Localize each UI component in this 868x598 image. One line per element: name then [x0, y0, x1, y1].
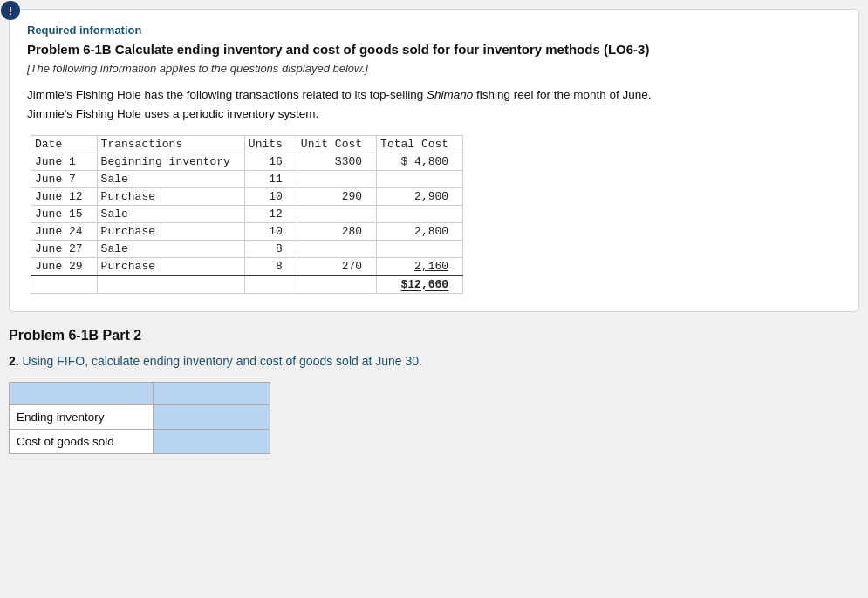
cell-transaction: Purchase: [97, 258, 244, 276]
total-empty-cell: [244, 275, 297, 294]
cell-date: June 1: [31, 153, 98, 171]
entry-row: Cost of goods sold: [10, 430, 270, 454]
entry-label: Cost of goods sold: [10, 430, 154, 454]
cell-unit-cost: [297, 171, 376, 188]
part2-section: Problem 6-1B Part 2 2. Using FIFO, calcu…: [9, 328, 859, 454]
cell-units: 8: [244, 258, 297, 276]
cell-unit-cost: 270: [297, 258, 376, 276]
cell-unit-cost: [297, 206, 376, 223]
cell-date: June 29: [31, 258, 98, 276]
cell-transaction: Purchase: [97, 223, 244, 241]
info-box: ! Required information Problem 6-1B Calc…: [9, 9, 859, 312]
cell-total-cost: [377, 206, 463, 223]
cell-total-cost: $ 4,800: [377, 153, 463, 171]
entry-input[interactable]: [153, 430, 270, 454]
table-row: June 15Sale12: [31, 206, 463, 223]
cell-total-cost: 2,900: [377, 188, 463, 206]
entry-table: Ending inventoryCost of goods sold: [9, 382, 270, 454]
cell-unit-cost: 290: [297, 188, 376, 206]
instruction-text: 2. Using FIFO, calculate ending inventor…: [9, 354, 859, 368]
cell-total-cost: 2,160: [377, 258, 463, 276]
cell-units: 11: [244, 171, 297, 188]
desc-part3: Jimmie's Fishing Hole uses a periodic in…: [27, 107, 318, 120]
table-row: June 29Purchase82702,160: [31, 258, 463, 276]
cell-transaction: Beginning inventory: [97, 153, 244, 171]
cell-total-cost: [377, 171, 463, 188]
table-total-row: $12,660: [31, 275, 463, 294]
page-wrapper: ! Required information Problem 6-1B Calc…: [9, 9, 859, 598]
cell-date: June 24: [31, 223, 98, 241]
applies-text: [The following information applies to th…: [27, 62, 841, 75]
part2-title: Problem 6-1B Part 2: [9, 328, 859, 343]
total-empty-cell: [97, 275, 244, 294]
col-unit-cost: Unit Cost: [297, 136, 376, 153]
problem-title: Problem 6-1B Calculate ending inventory …: [27, 42, 841, 57]
cell-total-cost: [377, 241, 463, 258]
entry-row: Ending inventory: [10, 405, 270, 430]
cell-transaction: Sale: [97, 171, 244, 188]
col-units: Units: [244, 136, 297, 153]
cell-date: June 15: [31, 206, 98, 223]
shimano-text: Shimano: [427, 88, 473, 101]
cell-units: 10: [244, 223, 297, 241]
cell-unit-cost: 280: [297, 223, 376, 241]
cell-total-cost: 2,800: [377, 223, 463, 241]
total-empty-cell: [31, 275, 98, 294]
cell-transaction: Sale: [97, 241, 244, 258]
instruction-num: 2.: [9, 354, 19, 368]
table-row: June 27Sale8: [31, 241, 463, 258]
col-transactions: Transactions: [97, 136, 244, 153]
total-value: $12,660: [377, 275, 463, 294]
instruction-body: Using FIFO, calculate ending inventory a…: [19, 354, 422, 368]
entry-input[interactable]: [153, 405, 270, 430]
alert-icon-text: !: [9, 4, 12, 17]
description-text: Jimmie's Fishing Hole has the following …: [27, 85, 841, 123]
alert-icon: !: [1, 1, 20, 20]
cell-unit-cost: [297, 241, 376, 258]
cell-units: 12: [244, 206, 297, 223]
transaction-table: Date Transactions Units Unit Cost Total …: [31, 135, 463, 294]
entry-header-label: [10, 383, 154, 405]
entry-table-header-row: [10, 383, 270, 405]
desc-part1: Jimmie's Fishing Hole has the following …: [27, 88, 427, 101]
cell-date: June 7: [31, 171, 98, 188]
cell-units: 8: [244, 241, 297, 258]
cell-date: June 27: [31, 241, 98, 258]
table-row: June 1Beginning inventory16$300$ 4,800: [31, 153, 463, 171]
cell-units: 10: [244, 188, 297, 206]
cell-unit-cost: $300: [297, 153, 376, 171]
entry-label: Ending inventory: [10, 405, 154, 430]
table-row: June 12Purchase102902,900: [31, 188, 463, 206]
cell-transaction: Purchase: [97, 188, 244, 206]
required-info-label: Required information: [27, 24, 841, 37]
cell-transaction: Sale: [97, 206, 244, 223]
desc-part2: fishing reel for the month of June.: [473, 88, 651, 101]
col-total-cost: Total Cost: [377, 136, 463, 153]
total-empty-cell: [297, 275, 376, 294]
entry-header-input: [153, 383, 270, 405]
col-date: Date: [31, 136, 98, 153]
cell-units: 16: [244, 153, 297, 171]
table-row: June 7Sale11: [31, 171, 463, 188]
table-row: June 24Purchase102802,800: [31, 223, 463, 241]
cell-date: June 12: [31, 188, 98, 206]
